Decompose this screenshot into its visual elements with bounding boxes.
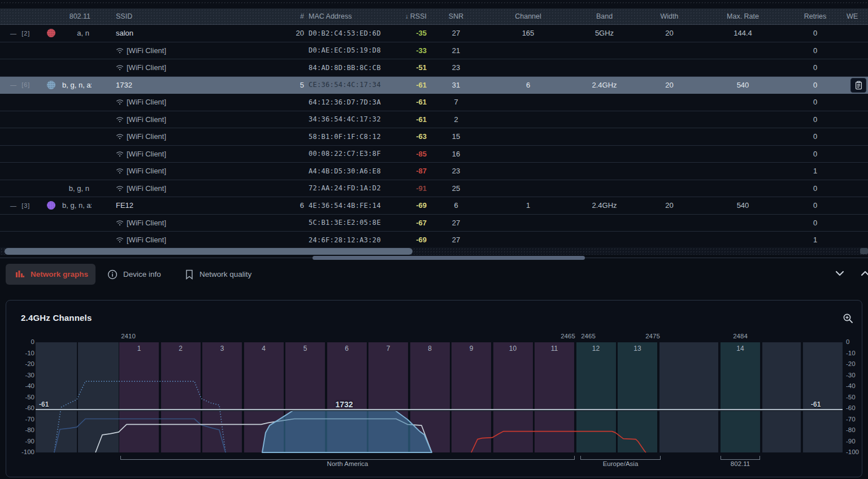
cell-expand[interactable]: — [3] (0, 202, 40, 209)
tab-device-info[interactable]: Device info (107, 264, 161, 285)
region-label: North America (327, 460, 368, 467)
cell-rssi: -67 (402, 219, 428, 227)
cell-ssid: [WiFi Client] (92, 132, 285, 141)
table-row[interactable]: — [3]b, g, n, axFE1264E:36:54:4B:FE:14-6… (0, 197, 868, 215)
wifi-client-icon (116, 133, 124, 140)
cell-max-rate: 540 (702, 81, 784, 89)
column-header-band[interactable]: Band (572, 12, 637, 20)
client-label: [WiFi Client] (127, 98, 166, 106)
client-label: [WiFi Client] (127, 150, 166, 158)
cell-channel: 6 (484, 81, 572, 89)
bar-chart-icon (15, 269, 25, 279)
table-top-scroll-track[interactable] (0, 1, 868, 5)
y-tick-label: -40 (846, 382, 862, 389)
cell-mac: 00:08:22:C7:E3:8F (305, 150, 402, 158)
table-row[interactable]: [WiFi Client]64:12:36:D7:7D:3A-6170 (0, 94, 868, 111)
column-header-max_rate[interactable]: Max. Rate (702, 12, 784, 20)
cell-ssid: [WiFi Client] (92, 184, 285, 193)
chevron-down-icon[interactable] (835, 269, 845, 277)
table-hscrollbar-thumb[interactable] (5, 248, 413, 255)
y-tick-label: -20 (12, 360, 34, 367)
cell-retries: 0 (784, 150, 847, 158)
column-header-retries[interactable]: Retries (784, 12, 847, 20)
table-row[interactable]: [WiFi Client]24:6F:28:12:A3:20-69271 (0, 232, 868, 249)
table-row[interactable]: — [2]a, nsalon20D0:B2:C4:53:ED:6D-352716… (0, 25, 868, 42)
y-tick-label: -10 (12, 350, 34, 356)
table-row[interactable]: [WiFi Client]34:36:54:4C:17:32-6120 (0, 111, 868, 129)
frequency-label: 2484 (733, 333, 748, 339)
cell-rssi: -35 (402, 29, 428, 37)
cell-mac: 4E:36:54:4B:FE:14 (305, 202, 402, 210)
cell-protocol: b, g, n, ax (62, 81, 92, 89)
cell-rssi: -91 (402, 184, 428, 193)
wifi-client-icon (116, 151, 124, 157)
y-tick-label: -20 (846, 360, 862, 367)
cell-snr: 21 (428, 46, 484, 55)
y-tick-label: -60 (12, 404, 34, 411)
table-row[interactable]: [WiFi Client]5C:B1:3E:E2:05:8E-67270 (0, 215, 868, 232)
cell-snr: 16 (428, 150, 484, 158)
cell-mac: CE:36:54:4C:17:34 (305, 81, 402, 89)
table-row[interactable]: [WiFi Client]84:AD:8D:BB:8C:CB-51230 (0, 59, 868, 77)
table-hscrollbar-track[interactable] (0, 247, 868, 255)
client-label: [WiFi Client] (127, 184, 166, 193)
channels-graph-panel: 2.4GHz Channels 12345678910111213141732 … (6, 300, 862, 477)
column-header-ssid[interactable]: SSID (92, 12, 285, 20)
cell-protocol: a, n (62, 29, 92, 37)
cell-retries: 0 (784, 184, 847, 193)
table-row-selected[interactable]: — [6]b, g, n, ax17325CE:36:54:4C:17:34-6… (0, 77, 868, 94)
column-header-count[interactable]: # (285, 12, 305, 20)
channels-plot: 12345678910111213141732 (36, 342, 843, 452)
column-header-mac[interactable]: MAC Address (305, 12, 402, 20)
column-header-snr[interactable]: SNR (428, 12, 484, 20)
y-tick-label: -30 (12, 372, 34, 378)
cell-expand[interactable]: — [2] (0, 30, 40, 37)
region-bracket-north-america (120, 456, 575, 460)
y-tick-label: 0 (846, 338, 862, 345)
cell-expand[interactable]: — [6] (0, 81, 40, 88)
cell-rssi: -61 (402, 81, 428, 89)
cell-mac: D0:AE:EC:D5:19:D8 (305, 46, 402, 54)
cell-snr: 27 (428, 219, 484, 227)
splitter-handle[interactable] (313, 256, 585, 260)
region-label: Europe/Asia (603, 460, 639, 467)
table-row[interactable]: [WiFi Client]00:08:22:C7:E3:8F-85160 (0, 146, 868, 163)
column-header-channel[interactable]: Channel (484, 12, 572, 20)
wifi-client-icon (116, 168, 124, 174)
table-row[interactable]: [WiFi Client]58:B1:0F:1F:C8:12-63150 (0, 128, 868, 146)
tab-network-quality[interactable]: Network quality (185, 264, 251, 285)
cell-retries: 0 (784, 46, 847, 55)
table-row[interactable]: [WiFi Client]D0:AE:EC:D5:19:D8-33210 (0, 42, 868, 60)
cell-channel: 165 (484, 29, 572, 37)
wifi-client-icon (116, 237, 124, 243)
cell-rssi: -61 (402, 115, 428, 124)
column-header-rssi[interactable]: ↓RSSI (402, 12, 428, 20)
table-hscrollbar-cap[interactable] (860, 248, 868, 254)
frequency-label: 2465 (581, 333, 596, 339)
cell-width: 20 (637, 81, 702, 89)
zoom-in-magnifier-icon[interactable] (843, 313, 854, 324)
cell-mac: 24:6F:28:12:A3:20 (305, 236, 402, 244)
table-row[interactable]: b, g, n [WiFi Client]72:AA:24:FD:1A:D2-9… (0, 180, 868, 198)
chevron-up-icon[interactable] (860, 269, 868, 277)
client-label: [WiFi Client] (127, 63, 166, 72)
child-count: [2] (21, 30, 30, 37)
tab-network-graphs[interactable]: Network graphs (6, 264, 96, 285)
network-table: 802.11SSID#MAC Address↓RSSISNRChannelBan… (0, 0, 868, 255)
table-header-row: 802.11SSID#MAC Address↓RSSISNRChannelBan… (0, 8, 868, 25)
table-row[interactable]: [WiFi Client]A4:4B:D5:30:A6:E8-87231 (0, 163, 868, 180)
cell-mac: 84:AD:8D:BB:8C:CB (305, 64, 402, 72)
cell-ssid: 1732 (92, 81, 285, 89)
cell-retries: 1 (784, 167, 847, 175)
column-header-width[interactable]: Width (637, 12, 702, 20)
cell-ssid: FE12 (92, 201, 285, 210)
column-header-we[interactable]: WE (847, 12, 868, 20)
cell-retries: 0 (784, 201, 847, 210)
cell-ssid: [WiFi Client] (92, 115, 285, 124)
cell-snr: 2 (428, 115, 484, 124)
cell-rssi: -69 (402, 201, 428, 210)
cell-ssid: [WiFi Client] (92, 219, 285, 227)
ssid-label: 1732 (116, 81, 132, 89)
column-header-protocol[interactable]: 802.11 (62, 12, 92, 20)
y-tick-label: -30 (846, 372, 862, 378)
